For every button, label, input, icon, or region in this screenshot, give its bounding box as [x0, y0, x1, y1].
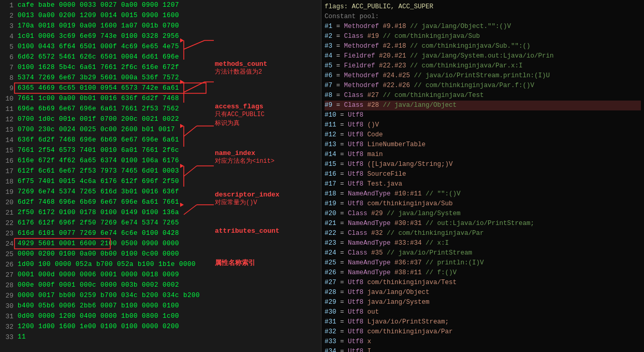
cp-entry-row: #8 = Class #27 // com/thinkinginjava/Tes…: [325, 91, 641, 101]
cp-equals: =: [336, 259, 348, 266]
hex-line: 3311: [0, 332, 212, 342]
line-number: 33: [2, 333, 13, 341]
hex-line: 310d00 0000 1200 0400 0000 1b00 0800 1c0…: [0, 311, 212, 321]
hex-data: 7269 6e74 5374 7265 616d 3b01 0016 636f: [18, 188, 179, 195]
cp-type: Class: [348, 210, 371, 217]
hex-line: 20013 0a00 0200 1209 0014 0015 0900 1600: [0, 10, 212, 21]
cp-ref: #36:#37: [394, 259, 422, 266]
hex-line: 66d62 6572 5461 626c 6501 0004 6d61 696e: [0, 52, 212, 62]
cp-ref: #27: [368, 92, 379, 99]
line-number: 9: [2, 85, 13, 92]
cp-entry-row: #11 = Utf8 ()V: [325, 120, 641, 130]
cp-comment: // println:(I)V: [422, 259, 484, 266]
annotation-title-access_flags: access_flags: [215, 103, 265, 110]
cp-entry-row: #14 = Utf8 main: [325, 150, 641, 160]
cp-num: #4: [325, 52, 332, 60]
cp-comment: // java/lang/Object."":()V: [406, 23, 511, 30]
hex-line: 206d2f 7468 696e 6b69 6e67 696e 6a61 766…: [0, 197, 212, 207]
cp-entry-row: #3 = Methodref #2.#18 // com/thinkinginj…: [325, 41, 641, 51]
pool-header: Constant pool:: [325, 12, 641, 22]
hex-data: 7661 2f54 6573 7401 0010 6a01 7661 2f6c: [18, 147, 179, 154]
line-number: 32: [2, 323, 13, 331]
cp-num: #31: [325, 318, 336, 326]
cp-equals: =: [332, 82, 344, 89]
cp-ref: #32: [371, 230, 383, 237]
hex-line: 226176 612f 696f 2f50 7269 6e74 5374 726…: [0, 218, 212, 228]
cp-entry-row: #10 = Utf8: [325, 110, 641, 120]
hex-lines: 1cafe babe 0000 0033 0027 0a00 0900 1207…: [0, 0, 212, 342]
line-number: 20: [2, 199, 13, 206]
hex-line: 50100 0443 6f64 6501 000f 4c69 6e65 4e75: [0, 41, 212, 52]
cp-equals: =: [336, 299, 348, 306]
line-number: 17: [2, 167, 13, 175]
line-number: 12: [2, 116, 13, 123]
line-number: 13: [2, 126, 13, 134]
cp-equals: =: [336, 308, 348, 316]
hex-data: 616e 672f 4f62 6a65 6374 0100 106a 6176: [18, 157, 179, 164]
annotation-title-methods_count: methods_count: [215, 60, 267, 68]
cp-type: Methodref: [344, 43, 383, 50]
cp-type: Utf8: [348, 171, 368, 178]
cp-entry-row: #25 = NameAndType #36:#37 // println:(I)…: [325, 258, 641, 268]
constant-pool-entries: #1 = Methodref #9.#18 // java/lang/Objec…: [325, 22, 641, 352]
hex-data: 000e 000f 0001 000c 0000 003b 0002 0002: [18, 281, 179, 289]
cp-type: Utf8: [348, 279, 368, 286]
cp-comment: // com/thinkinginjava/Sub: [379, 33, 480, 40]
annotation-methods_count: methods_count方法计数器值为2: [215, 60, 267, 77]
hex-data: 6365 4669 6c65 0100 0954 6573 742e 6a61: [18, 85, 179, 92]
cp-num: #27: [325, 279, 336, 286]
cp-type: Methodref: [344, 82, 383, 89]
cp-num: #9: [325, 102, 332, 109]
line-number: 29: [2, 292, 13, 300]
cp-equals: =: [336, 210, 348, 217]
cp-type: Class: [348, 230, 371, 237]
hex-line: 70100 1628 5b4c 6a61 7661 2f6c 616e 672f: [0, 62, 212, 73]
cp-entry-row: #23 = NameAndType #33:#34 // x:I: [325, 238, 641, 248]
cp-ref: com/thinkinginjava/Par: [368, 328, 453, 335]
cp-entry-row: #18 = NameAndType #10:#11 // "":()V: [325, 189, 641, 199]
cp-comment: // com/thinkinginjava/Par.x:I: [406, 62, 523, 69]
cp-ref: #24.#25: [383, 72, 411, 79]
line-number: 15: [2, 147, 13, 154]
cp-num: #34: [325, 348, 336, 352]
right-panel: flags: ACC_PUBLIC, ACC_SUPER Constant po…: [321, 0, 644, 352]
cp-type: Utf8: [348, 141, 368, 148]
hex-line: 157661 2f54 6573 7401 0010 6a01 7661 2f6…: [0, 145, 212, 156]
hex-line: 16616e 672f 4f62 6a65 6374 0100 106a 617…: [0, 156, 212, 166]
cp-comment: // java/lang/System.out:Ljava/io/Prin: [406, 52, 554, 60]
hex-data: 0100 0443 6f64 6501 000f 4c69 6e65 4e75: [18, 43, 179, 50]
hex-line: 1cafe babe 0000 0033 0027 0a00 0900 1207: [0, 0, 212, 10]
cp-num: #24: [325, 249, 336, 257]
cp-type: Utf8: [348, 180, 368, 188]
cp-ref: com/thinkinginjava/Sub: [368, 200, 453, 207]
cp-num: #16: [325, 171, 336, 178]
cp-num: #10: [325, 111, 336, 119]
cp-comment: // "":()V: [422, 190, 461, 198]
hex-data: 170a 0018 0019 0a00 1600 1a07 001b 0700: [18, 22, 179, 30]
cp-entry-row: #7 = Methodref #22.#26 // com/thinkingin…: [325, 81, 641, 91]
line-number: 22: [2, 219, 13, 227]
cp-type: Utf8: [348, 318, 368, 326]
cp-ref: #38:#11: [394, 269, 422, 276]
cp-equals: =: [336, 151, 348, 158]
cp-num: #21: [325, 220, 336, 227]
cp-type: NameAndType: [348, 190, 394, 198]
cp-equals: =: [336, 190, 348, 198]
hex-data: cafe babe 0000 0033 0027 0a00 0900 1207: [18, 2, 179, 9]
cp-entry-row: #34 = Utf8 I: [325, 347, 641, 352]
hex-data: 2f50 6172 0100 0178 0100 0149 0100 136a: [18, 209, 179, 216]
hex-data: 1d00 100 0000 052a b700 052a b100 1b1e 0…: [18, 261, 196, 268]
cp-type: Methodref: [344, 72, 383, 79]
line-number: 27: [2, 271, 13, 279]
cp-entry-row: #24 = Class #35 // java/io/PrintStream: [325, 248, 641, 258]
line-number: 10: [2, 95, 13, 103]
cp-comment: // com/thinkinginjava/Test: [379, 92, 484, 99]
cp-num: #11: [325, 121, 336, 129]
hex-line: 28000e 000f 0001 000c 0000 003b 0002 000…: [0, 280, 212, 290]
cp-type: NameAndType: [348, 269, 394, 276]
cp-equals: =: [336, 279, 348, 286]
cp-ref: I: [368, 348, 372, 352]
line-number: 6: [2, 53, 13, 61]
hex-line: 212f50 6172 0100 0178 0100 0149 0100 136…: [0, 207, 212, 218]
cp-num: #22: [325, 230, 336, 237]
